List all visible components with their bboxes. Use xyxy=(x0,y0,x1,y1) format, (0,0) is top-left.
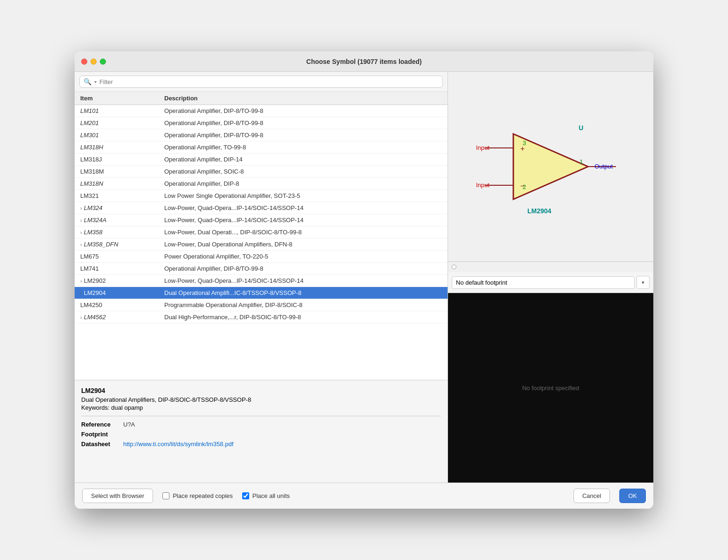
description-cell: Low-Power, Quad-Opera...IP-14/SOIC-14/SS… xyxy=(159,275,448,287)
place-repeated-wrapper: Place repeated copies xyxy=(162,492,233,499)
col-description: Description xyxy=(159,92,448,105)
item-cell: LM201 xyxy=(75,117,159,129)
description-cell: Operational Amplifier, DIP-8 xyxy=(159,178,448,190)
place-repeated-label[interactable]: Place repeated copies xyxy=(173,492,233,499)
place-all-units-checkbox[interactable] xyxy=(242,492,249,499)
search-icon: 🔍 xyxy=(84,78,91,85)
symbol-svg: + − 3 2 1 U Input Input Output LM2904 xyxy=(476,106,625,227)
svg-text:Input: Input xyxy=(476,182,490,189)
item-cell: LM318J xyxy=(75,154,159,166)
bottom-bar: Select with Browser Place repeated copie… xyxy=(75,483,653,509)
description-cell: Operational Amplifier, SOIC-8 xyxy=(159,166,448,178)
description-cell: Low-Power, Dual Operational Amplifiers, … xyxy=(159,238,448,251)
place-all-units-label[interactable]: Place all units xyxy=(252,492,290,499)
description-cell: Operational Amplifier, DIP-8/TO-99-8 xyxy=(159,117,448,129)
item-cell: LM318M xyxy=(75,166,159,178)
table-row[interactable]: LM318HOperational Amplifier, TO-99-8 xyxy=(75,141,448,154)
left-panel: 🔍 ▾ Item Description LM101Operational Am… xyxy=(75,72,448,483)
item-cell: LM318H xyxy=(75,141,159,154)
reference-value: U?A xyxy=(123,421,135,428)
footprint-selector: No default footprint ▾ xyxy=(448,272,653,293)
table-row[interactable]: ›LM2902Low-Power, Quad-Opera...IP-14/SOI… xyxy=(75,275,448,287)
symbol-preview: + − 3 2 1 U Input Input Output LM2904 xyxy=(448,72,653,262)
col-item: Item xyxy=(75,92,159,105)
indicator-row xyxy=(448,262,653,272)
item-cell: ›LM324 xyxy=(75,202,159,214)
info-description: Dual Operational Amplifiers, DIP-8/SOIC-… xyxy=(81,396,441,403)
info-keywords: Keywords: dual opamp xyxy=(81,404,441,411)
footprint-dropdown[interactable]: No default footprint xyxy=(452,276,635,289)
table-row[interactable]: ›LM358Low-Power, Dual Operati..., DIP-8/… xyxy=(75,226,448,238)
symbol-table: Item Description LM101Operational Amplif… xyxy=(75,92,448,380)
table-row[interactable]: ›LM2904Dual Operational Amplifi...IC-8/T… xyxy=(75,287,448,299)
reference-label: Reference xyxy=(81,421,123,428)
table-row[interactable]: ›LM324Low-Power, Quad-Opera...IP-14/SOIC… xyxy=(75,202,448,214)
footprint-label: Footprint xyxy=(81,431,123,438)
description-cell: Low-Power, Quad-Opera...IP-14/SOIC-14/SS… xyxy=(159,202,448,214)
choose-symbol-dialog: Choose Symbol (19077 items loaded) 🔍 ▾ I… xyxy=(75,51,653,509)
place-repeated-checkbox[interactable] xyxy=(162,492,169,499)
table-row[interactable]: ›LM4562Dual High-Performance,...r, DIP-8… xyxy=(75,311,448,323)
table-row[interactable]: ›LM358_DFNLow-Power, Dual Operational Am… xyxy=(75,238,448,251)
table-row[interactable]: ›LM324ALow-Power, Quad-Opera...IP-14/SOI… xyxy=(75,214,448,226)
datasheet-label: Datasheet xyxy=(81,441,123,448)
expand-arrow: › xyxy=(80,278,82,284)
item-cell: ›LM358_DFN xyxy=(75,238,159,251)
close-button[interactable] xyxy=(81,58,87,64)
cancel-button[interactable]: Cancel xyxy=(574,489,610,503)
table-row[interactable]: LM201Operational Amplifier, DIP-8/TO-99-… xyxy=(75,117,448,129)
table-row[interactable]: LM101Operational Amplifier, DIP-8/TO-99-… xyxy=(75,105,448,117)
ok-button[interactable]: OK xyxy=(619,489,646,503)
right-panel: + − 3 2 1 U Input Input Output LM2904 xyxy=(448,72,653,483)
place-all-units-wrapper: Place all units xyxy=(242,492,290,499)
expand-arrow: › xyxy=(80,230,82,235)
window-title: Choose Symbol (19077 items loaded) xyxy=(306,58,421,65)
title-bar: Choose Symbol (19077 items loaded) xyxy=(75,51,653,72)
svg-text:3: 3 xyxy=(523,140,526,147)
table-row[interactable]: LM741Operational Amplifier, DIP-8/TO-99-… xyxy=(75,263,448,275)
table-row[interactable]: LM675Power Operational Amplifier, TO-220… xyxy=(75,251,448,263)
table-row[interactable]: LM4250Programmable Operational Amplifier… xyxy=(75,299,448,311)
chevron-down-icon: ▾ xyxy=(94,79,97,84)
table-row[interactable]: LM318MOperational Amplifier, SOIC-8 xyxy=(75,166,448,178)
info-title: LM2904 xyxy=(81,387,441,394)
description-cell: Low Power Single Operational Amplifier, … xyxy=(159,190,448,202)
svg-text:1: 1 xyxy=(580,158,583,165)
expand-arrow: › xyxy=(80,217,82,223)
item-cell: LM321 xyxy=(75,190,159,202)
filter-bar: 🔍 ▾ xyxy=(75,72,448,92)
table-row[interactable]: LM318NOperational Amplifier, DIP-8 xyxy=(75,178,448,190)
item-cell: LM301 xyxy=(75,129,159,141)
main-content: 🔍 ▾ Item Description LM101Operational Am… xyxy=(75,72,653,483)
item-cell: LM101 xyxy=(75,105,159,117)
table-row[interactable]: LM318JOperational Amplifier, DIP-14 xyxy=(75,154,448,166)
filter-input[interactable] xyxy=(99,78,439,85)
item-cell: LM741 xyxy=(75,263,159,275)
minimize-button[interactable] xyxy=(91,58,97,64)
description-cell: Operational Amplifier, TO-99-8 xyxy=(159,141,448,154)
item-cell: LM675 xyxy=(75,251,159,263)
item-cell: LM318N xyxy=(75,178,159,190)
item-cell: ›LM358 xyxy=(75,226,159,238)
svg-text:LM2904: LM2904 xyxy=(527,207,552,215)
description-cell: Dual Operational Amplifi...IC-8/TSSOP-8/… xyxy=(159,287,448,299)
svg-text:Output: Output xyxy=(595,163,613,170)
datasheet-link[interactable]: http://www.ti.com/lit/ds/symlink/lm358.p… xyxy=(123,441,233,448)
description-cell: Programmable Operational Amplifier, DIP-… xyxy=(159,299,448,311)
no-footprint-text: No footprint specified xyxy=(522,385,579,392)
expand-arrow: › xyxy=(80,242,82,247)
footprint-preview: No footprint specified xyxy=(448,293,653,483)
svg-text:Input: Input xyxy=(476,144,490,151)
description-cell: Operational Amplifier, DIP-8/TO-99-8 xyxy=(159,105,448,117)
svg-text:2: 2 xyxy=(523,183,526,190)
description-cell: Operational Amplifier, DIP-8/TO-99-8 xyxy=(159,129,448,141)
description-cell: Operational Amplifier, DIP-8/TO-99-8 xyxy=(159,263,448,275)
table-row[interactable]: LM321Low Power Single Operational Amplif… xyxy=(75,190,448,202)
expand-arrow: › xyxy=(80,205,82,211)
maximize-button[interactable] xyxy=(100,58,106,64)
select-with-browser-button[interactable]: Select with Browser xyxy=(82,489,153,503)
info-reference: Reference U?A xyxy=(81,421,441,428)
footprint-dropdown-button[interactable]: ▾ xyxy=(637,276,650,289)
table-row[interactable]: LM301Operational Amplifier, DIP-8/TO-99-… xyxy=(75,129,448,141)
info-datasheet: Datasheet http://www.ti.com/lit/ds/symli… xyxy=(81,441,441,448)
